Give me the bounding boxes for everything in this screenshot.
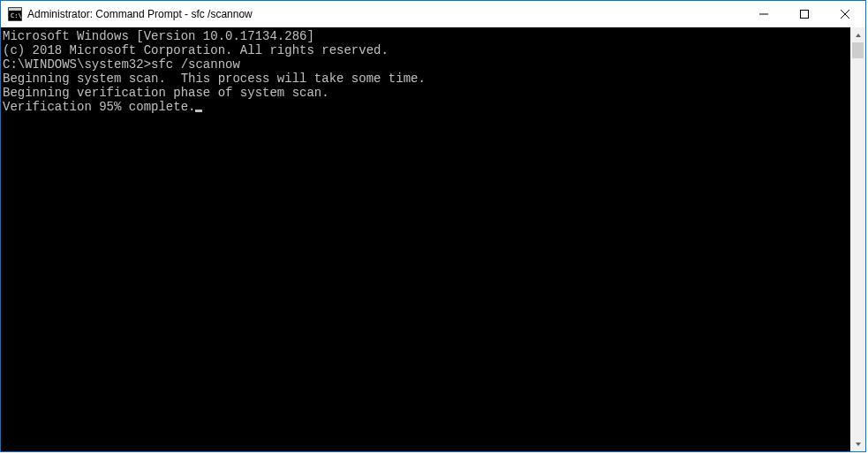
command-prompt-icon: C:\ xyxy=(8,7,22,21)
minimize-button[interactable] xyxy=(743,1,784,27)
console-line: Microsoft Windows [Version 10.0.17134.28… xyxy=(3,29,850,43)
scrollbar-track[interactable] xyxy=(850,42,865,436)
scroll-down-button[interactable] xyxy=(850,436,865,451)
svg-marker-8 xyxy=(856,443,861,446)
console-line: (c) 2018 Microsoft Corporation. All righ… xyxy=(3,43,850,57)
svg-rect-4 xyxy=(801,11,809,19)
client-area: Microsoft Windows [Version 10.0.17134.28… xyxy=(1,27,865,451)
console-line: Verification 95% complete. xyxy=(3,100,850,114)
scroll-up-button[interactable] xyxy=(850,27,865,42)
window-title: Administrator: Command Prompt - sfc /sca… xyxy=(27,1,253,27)
svg-rect-1 xyxy=(9,8,21,11)
console-line: Beginning verification phase of system s… xyxy=(3,86,850,100)
console-line: Beginning system scan. This process will… xyxy=(3,72,850,86)
scrollbar-thumb[interactable] xyxy=(852,42,864,58)
maximize-button[interactable] xyxy=(784,1,825,27)
titlebar[interactable]: C:\ Administrator: Command Prompt - sfc … xyxy=(1,1,865,27)
vertical-scrollbar[interactable] xyxy=(850,27,865,451)
command-prompt-window: C:\ Administrator: Command Prompt - sfc … xyxy=(0,0,866,452)
console-line: C:\WINDOWS\system32>sfc /scannow xyxy=(3,57,850,72)
svg-text:C:\: C:\ xyxy=(11,12,22,19)
svg-marker-7 xyxy=(856,34,861,37)
close-button[interactable] xyxy=(825,1,865,27)
console-output[interactable]: Microsoft Windows [Version 10.0.17134.28… xyxy=(1,27,850,451)
window-controls xyxy=(743,1,865,27)
text-cursor xyxy=(195,110,202,112)
